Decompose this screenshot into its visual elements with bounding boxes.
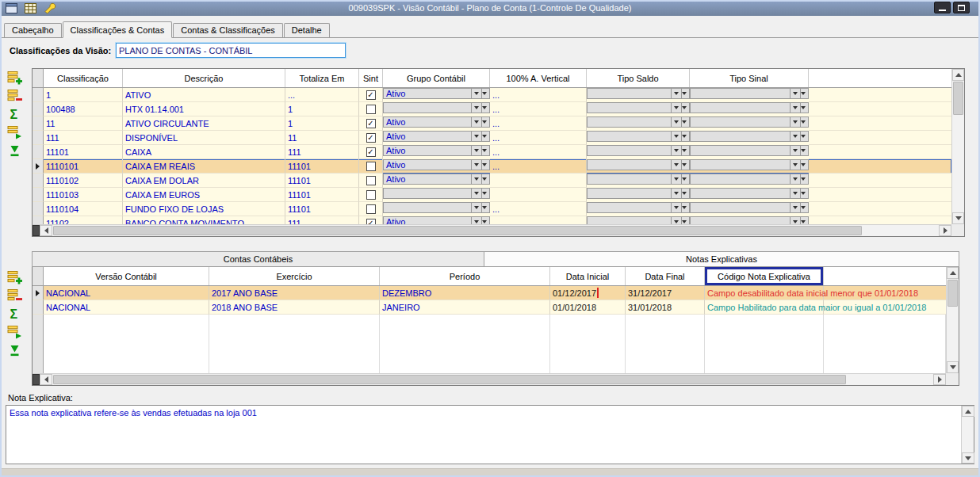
cell-tipo-saldo[interactable]: [587, 88, 690, 99]
tipo-sinal-dropdown[interactable]: [790, 159, 801, 170]
tipo-saldo-dropdown[interactable]: [671, 202, 682, 213]
cell-vertical[interactable]: [490, 174, 587, 188]
scroll-down-button[interactable]: [962, 452, 974, 464]
cell-sint[interactable]: [359, 159, 383, 174]
insert-record-button[interactable]: [6, 269, 23, 285]
tipo-sinal-dropdown[interactable]: [790, 202, 801, 213]
grupo-contabil-dropdown[interactable]: [471, 159, 482, 170]
tab-cabecalho[interactable]: Cabeçalho: [4, 23, 62, 37]
cell-tipo-sinal[interactable]: [690, 188, 809, 199]
pane-splitter[interactable]: [33, 225, 40, 236]
refresh-button[interactable]: [6, 324, 23, 340]
sint-checkbox[interactable]: ✓: [366, 219, 376, 225]
cell-classificacao[interactable]: 1110103: [44, 188, 123, 202]
cell-exercicio[interactable]: 2017 ANO BASE: [209, 286, 380, 300]
cell-tipo-saldo[interactable]: [587, 202, 690, 213]
scroll-up-button[interactable]: [947, 267, 959, 279]
cell-sint[interactable]: [359, 202, 383, 216]
table-row[interactable]: 1110102CAIXA EM DOLAR11101Ativo: [33, 174, 951, 188]
cell-sint[interactable]: ✓: [359, 88, 383, 102]
column-header-periodo[interactable]: Período: [380, 267, 550, 285]
title-bar[interactable]: 009039SPK - Visão Contábil - Plano de Co…: [0, 0, 980, 16]
nota-explicativa-textarea[interactable]: Essa nota explicativa refere-se às venda…: [6, 405, 974, 464]
cell-totaliza-em[interactable]: 111: [285, 145, 359, 159]
tipo-sinal-dropdown[interactable]: [790, 116, 801, 128]
cell-vertical[interactable]: [490, 188, 587, 202]
scroll-thumb[interactable]: [53, 375, 846, 384]
grupo-contabil-dropdown[interactable]: [471, 202, 482, 213]
cell-totaliza-em[interactable]: 1: [285, 102, 359, 116]
tipo-sinal-dropdown[interactable]: [790, 102, 801, 113]
tipo-saldo-dropdown[interactable]: [671, 131, 682, 142]
column-header-data-final[interactable]: Data Final: [626, 267, 705, 285]
tab-contas-classificacoes[interactable]: Contas & Classificações: [173, 23, 283, 37]
cell-grupo-contabil[interactable]: Ativo: [383, 174, 490, 185]
sint-checkbox[interactable]: ✓: [366, 90, 376, 100]
tipo-sinal-dropdown[interactable]: [790, 188, 801, 199]
table-row[interactable]: 11102BANCO CONTA MOVIMENTO111✓Ativo: [33, 216, 951, 224]
cell-tipo-saldo[interactable]: [587, 131, 690, 142]
cell-totaliza-em[interactable]: 11: [285, 131, 359, 145]
column-header-versao-contabil[interactable]: Versão Contábil: [44, 267, 209, 285]
cell-tipo-sinal[interactable]: [690, 216, 809, 224]
column-header-data-inicial[interactable]: Data Inicial: [550, 267, 626, 285]
cell-tipo-saldo[interactable]: [587, 159, 690, 170]
table-row[interactable]: 1110104FUNDO FIXO DE LOJAS11101...: [33, 202, 951, 216]
cell-totaliza-em[interactable]: 11101: [285, 188, 359, 202]
cell-descricao[interactable]: FUNDO FIXO DE LOJAS: [123, 202, 285, 216]
table-row[interactable]: 1110101CAIXA EM REAIS11101Ativo...: [33, 159, 951, 174]
scroll-track[interactable]: [947, 307, 959, 361]
cell-periodo[interactable]: JANEIRO: [380, 300, 550, 315]
cell-tipo-sinal[interactable]: [690, 88, 809, 99]
tab-classificacoes-contas[interactable]: Classificações & Contas: [63, 21, 173, 38]
scroll-down-button[interactable]: [952, 212, 964, 224]
cell-vertical[interactable]: ...: [490, 88, 587, 102]
minimize-button[interactable]: [934, 2, 951, 13]
table-row[interactable]: 11ATIVO CIRCULANTE1✓Ativo...: [33, 116, 951, 131]
scroll-track[interactable]: [952, 116, 964, 212]
cell-tipo-saldo[interactable]: [587, 102, 690, 113]
scroll-thumb[interactable]: [53, 226, 862, 235]
cell-tipo-sinal[interactable]: [690, 131, 809, 142]
grupo-contabil-dropdown[interactable]: [471, 188, 482, 199]
subtab-contas-contabeis[interactable]: Contas Contábeis: [32, 251, 484, 267]
scroll-right-button[interactable]: [933, 374, 946, 385]
cell-classificacao[interactable]: 1110101: [44, 159, 123, 174]
scroll-left-button[interactable]: [40, 374, 52, 385]
cell-data-final[interactable]: 31/12/2017: [626, 286, 705, 300]
tipo-saldo-dropdown[interactable]: [671, 145, 682, 156]
cell-data-final[interactable]: 31/01/2018: [626, 300, 705, 315]
sint-checkbox[interactable]: [366, 190, 376, 200]
sint-checkbox[interactable]: [366, 204, 376, 214]
grupo-contabil-dropdown[interactable]: [471, 102, 482, 113]
cell-nota[interactable]: Campo Habilitado para data maior ou igua…: [705, 300, 824, 315]
cell-tipo-sinal[interactable]: [690, 174, 809, 185]
cell-sint[interactable]: [359, 188, 383, 202]
tipo-sinal-dropdown[interactable]: [790, 216, 801, 224]
cell-sint[interactable]: ✓: [359, 216, 383, 224]
cell-classificacao[interactable]: 11102: [44, 216, 123, 224]
tipo-saldo-dropdown[interactable]: [671, 102, 682, 113]
cell-descricao[interactable]: BANCO CONTA MOVIMENTO: [123, 216, 285, 224]
cell-classificacao[interactable]: 1: [44, 88, 123, 102]
grupo-contabil-dropdown[interactable]: [471, 145, 482, 156]
grupo-contabil-dropdown[interactable]: [471, 131, 482, 142]
table-row[interactable]: 100488HTX 01.14.0011...: [33, 102, 951, 116]
cell-nota[interactable]: Campo desabilitado data inicial menor qu…: [705, 286, 824, 300]
cell-tipo-saldo[interactable]: [587, 188, 690, 199]
cell-descricao[interactable]: CAIXA EM DOLAR: [123, 174, 285, 188]
column-header-tipo-sinal[interactable]: Tipo Sinal: [690, 69, 809, 87]
cell-totaliza-em[interactable]: ...: [285, 88, 359, 102]
cell-descricao[interactable]: ATIVO: [123, 88, 285, 102]
cell-sint[interactable]: ✓: [359, 145, 383, 159]
sint-checkbox[interactable]: [366, 105, 376, 114]
column-header-classificacao[interactable]: Classificação: [44, 69, 123, 87]
cell-classificacao[interactable]: 11: [44, 116, 123, 131]
cell-sint[interactable]: [359, 174, 383, 188]
grupo-contabil-dropdown[interactable]: [471, 216, 482, 224]
cell-tipo-saldo[interactable]: [587, 216, 690, 224]
scroll-track[interactable]: [863, 225, 939, 236]
column-header-codigo-nota-explicativa[interactable]: Código Nota Explicativa: [705, 267, 824, 285]
cell-versao[interactable]: NACIONAL: [44, 300, 209, 315]
grid2-vertical-scrollbar[interactable]: [946, 267, 959, 373]
